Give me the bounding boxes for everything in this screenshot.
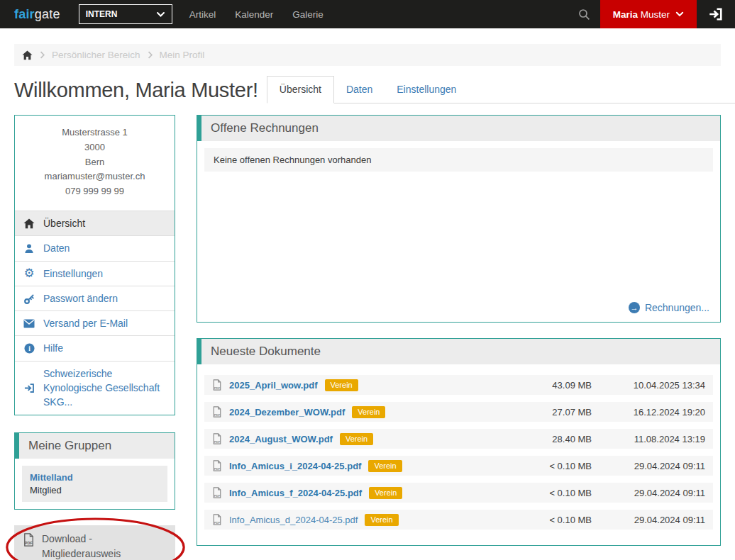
logo-fair: fair [14,7,35,21]
latest-documents-panel: Neueste Dokumente PDF 2025_April_wow.pdf… [197,338,721,546]
content: Musterstrasse 1 3000 Bern mariamuster@mu… [14,115,721,560]
breadcrumb-persoenlicher-bereich[interactable]: Persönlicher Bereich [52,50,140,60]
document-row: PDF Info_Amicus_d_2024-04-25.pdf Verein … [204,510,713,530]
document-link[interactable]: Info_Amicus_f_2024-04-25.pdf [229,488,362,498]
document-row: PDF 2024_August_WOW.pdf Verein 28.40 MB … [204,429,713,449]
rechnungen-link[interactable]: Rechnungen... [645,302,709,313]
top-navbar: fairgate INTERN Artikel Kalender Galerie… [0,0,735,28]
sidebar-item-label: Passwort ändern [43,291,118,306]
tab-uebersicht[interactable]: Übersicht [267,76,334,103]
sidebar-item-uebersicht[interactable]: Übersicht [15,211,175,235]
group-role: Mitglied [30,485,160,495]
address-zip: 3000 [21,140,169,155]
document-row: PDF Info_Amicus_f_2024-04-25.pdf Verein … [204,483,713,503]
sidebar-item-label: Übersicht [43,216,85,230]
user-icon [23,243,35,254]
open-invoices-panel: Offene Rechnungen Keine offenen Rechnung… [197,115,721,323]
svg-text:PDF: PDF [214,386,221,390]
nav-link-kalender[interactable]: Kalender [235,9,273,20]
document-date: 29.04.2024 09:11 [599,461,705,471]
pdf-file-icon: PDF [23,533,35,547]
chevron-down-icon [156,10,165,19]
main-area: Offene Rechnungen Keine offenen Rechnung… [197,115,721,546]
sidebar-item-label: Schweizerische Kynologische Gesellschaft… [43,366,166,410]
document-size: < 0.10 MB [528,488,592,498]
verein-badge: Verein [369,487,402,499]
verein-badge: Verein [340,433,373,445]
sidebar-item-label: Hilfe [43,341,63,355]
document-size: < 0.10 MB [528,461,592,471]
sidebar-item-skg-portal[interactable]: Schweizerische Kynologische Gesellschaft… [15,361,175,415]
document-link[interactable]: Info_Amicus_d_2024-04-25.pdf [229,515,358,525]
navbar-right: Maria Muster [568,0,735,28]
logout-icon[interactable] [697,7,735,21]
tab-daten[interactable]: Daten [334,77,385,103]
invoices-footer: → Rechnungen... [197,295,720,322]
breadcrumb-mein-profil[interactable]: Mein Profil [160,50,205,60]
svg-text:PDF: PDF [25,541,33,545]
fairgate-logo[interactable]: fairgate [14,7,60,22]
user-name: Maria Muster [613,9,670,20]
document-size: 28.40 MB [528,434,592,444]
chevron-down-icon [675,10,684,18]
verein-badge: Verein [325,379,358,391]
gear-icon: ⚙ [23,267,35,279]
nav-link-artikel[interactable]: Artikel [189,9,216,20]
nav-link-galerie[interactable]: Galerie [292,9,324,20]
scope-select[interactable]: INTERN [79,4,172,24]
sidebar-item-label: Versand per E-Mail [43,316,128,330]
sidebar-item-daten[interactable]: Daten [15,235,175,260]
user-menu[interactable]: Maria Muster [600,0,697,28]
document-link[interactable]: 2024_August_WOW.pdf [229,434,333,444]
sidebar-menu: Übersicht Daten ⚙ Einstellungen Passwort… [15,211,175,415]
chevron-right-icon [147,51,153,59]
documents-list: PDF 2025_April_wow.pdf Verein 43.09 MB 1… [197,364,720,530]
invoices-empty-message: Keine offenen Rechnungen vorhanden [204,148,713,172]
page-header: Willkommen, Maria Muster! Übersicht Date… [14,76,735,103]
pdf-file-icon: PDF [212,433,222,444]
address-city: Bern [21,155,169,170]
sidebar-item-einstellungen[interactable]: ⚙ Einstellungen [15,261,175,286]
svg-text:PDF: PDF [214,521,221,525]
sidebar-item-hilfe[interactable]: i Hilfe [15,335,175,360]
logo-gate: gate [35,7,60,21]
document-link[interactable]: 2025_April_wow.pdf [229,380,318,391]
envelope-icon [23,319,35,328]
scope-select-value: INTERN [86,9,118,19]
tab-einstellungen[interactable]: Einstellungen [385,77,468,103]
groups-body: Mittelland Mitglied [15,459,175,509]
document-link[interactable]: Info_Amicus_i_2024-04-25.pdf [229,461,361,471]
download-section: PDF Download - Mitgliederausweis [14,525,175,560]
verein-badge: Verein [365,514,398,526]
pdf-file-icon: PDF [212,487,222,498]
address-street: Musterstrasse 1 [21,125,169,140]
address-phone: 079 999 99 99 [21,184,169,199]
sidebar-item-passwort-aendern[interactable]: Passwort ändern [15,286,175,310]
breadcrumb: Persönlicher Bereich Mein Profil [14,44,721,66]
group-name-link[interactable]: Mittelland [30,472,160,483]
groups-panel: Meine Gruppen Mittelland Mitglied [14,432,175,510]
document-date: 10.04.2025 13:34 [599,380,705,391]
documents-panel-title: Neueste Dokumente [197,339,720,364]
key-icon [23,293,35,304]
profile-tabs: Übersicht Daten Einstellungen [267,76,735,103]
home-icon[interactable] [22,50,33,60]
document-date: 29.04.2024 09:11 [599,488,705,498]
pdf-file-icon: PDF [212,406,222,418]
download-mitgliederausweis-button[interactable]: PDF Download - Mitgliederausweis [14,525,175,560]
document-size: 27.07 MB [528,407,592,418]
document-link[interactable]: 2024_Dezember_WOW.pdf [229,407,345,418]
document-date: 11.08.2024 13:19 [599,434,705,444]
document-date: 29.04.2024 09:11 [599,515,705,525]
search-icon[interactable] [568,9,600,21]
document-date: 16.12.2024 19:20 [599,407,705,418]
download-button-label: Download - Mitgliederausweis [42,532,167,560]
home-icon [23,218,35,229]
document-row: PDF 2025_April_wow.pdf Verein 43.09 MB 1… [204,375,713,395]
address-email: mariamuster@muster.ch [21,169,169,184]
invoices-panel-title: Offene Rechnungen [197,116,720,141]
svg-text:PDF: PDF [214,413,221,417]
sidebar-item-versand-per-email[interactable]: Versand per E-Mail [15,310,175,335]
pdf-file-icon: PDF [212,514,222,525]
verein-badge: Verein [368,460,402,472]
